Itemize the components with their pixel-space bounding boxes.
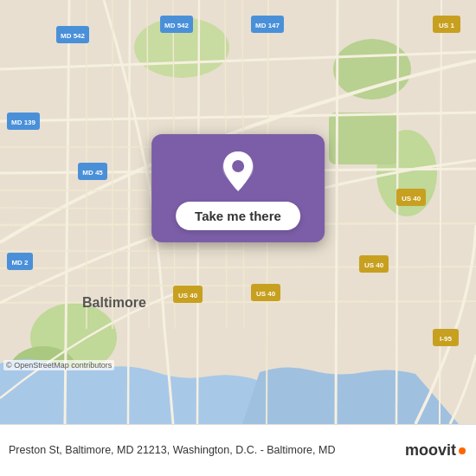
footer: Preston St, Baltimore, MD 21213, Washing… (0, 424, 476, 476)
map-container: MD 542 MD 542 MD 147 US 1 MD 139 MD 45 M… (0, 0, 476, 424)
svg-text:MD 542: MD 542 (164, 22, 190, 29)
svg-text:MD 542: MD 542 (61, 32, 86, 40)
svg-text:MD 2: MD 2 (11, 259, 29, 267)
location-pin-icon (221, 150, 255, 193)
moovit-dot (459, 447, 466, 454)
svg-text:MD 139: MD 139 (11, 119, 36, 126)
take-me-there-button[interactable]: Take me there (176, 202, 300, 230)
svg-point-57 (232, 160, 244, 172)
svg-text:I-95: I-95 (440, 335, 452, 343)
svg-rect-6 (329, 113, 398, 164)
button-container: Take me there (151, 134, 325, 242)
svg-text:MD 147: MD 147 (255, 22, 280, 29)
svg-text:US 40: US 40 (178, 292, 198, 299)
svg-point-2 (333, 39, 411, 100)
svg-text:US 40: US 40 (256, 290, 276, 298)
svg-text:Baltimore: Baltimore (82, 295, 146, 310)
svg-text:US 1: US 1 (439, 22, 454, 29)
moovit-name: moovit (405, 441, 456, 460)
svg-text:US 40: US 40 (402, 195, 421, 203)
attribution-text: © OpenStreetMap contributors (6, 361, 112, 370)
svg-line-17 (336, 0, 338, 424)
location-card: Take me there (151, 134, 325, 242)
moovit-logo: moovit (405, 441, 466, 460)
svg-text:MD 45: MD 45 (82, 169, 103, 177)
svg-text:US 40: US 40 (364, 261, 384, 269)
osm-attribution: © OpenStreetMap contributors (3, 360, 114, 370)
footer-address: Preston St, Baltimore, MD 21213, Washing… (9, 443, 335, 459)
